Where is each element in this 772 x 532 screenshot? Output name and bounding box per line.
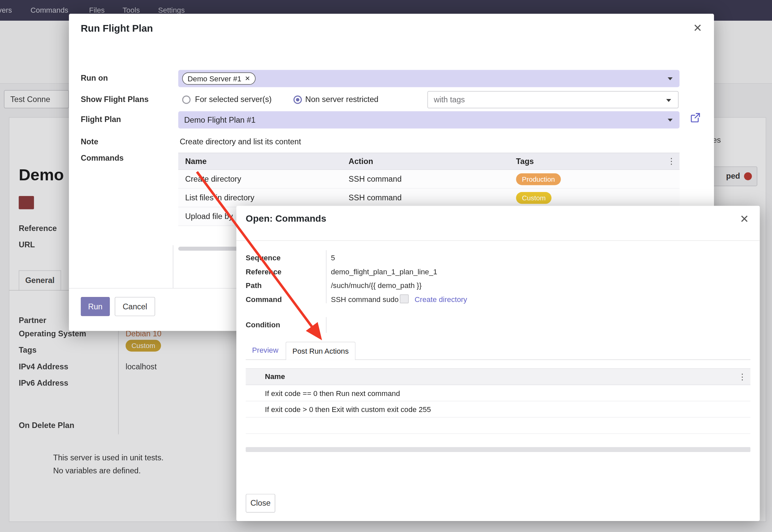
post-run-actions-table: Name ⋮ If exit code == 0 then Run next c… <box>246 368 750 434</box>
radio-non-server-restricted-label[interactable]: Non server restricted <box>305 95 378 104</box>
cell-name: Create directory <box>185 170 241 189</box>
table-row-empty <box>246 418 750 434</box>
sequence-value: 5 <box>331 254 335 262</box>
server-chip[interactable]: Demo Server #1 ✕ <box>182 72 256 85</box>
with-tags-select[interactable]: with tags <box>427 91 678 108</box>
field-divider <box>326 250 326 303</box>
table-row[interactable]: Create directory SSH command Production <box>178 170 680 189</box>
condition-label: Condition <box>246 321 280 329</box>
cell-action: SSH command <box>349 189 402 207</box>
cancel-button[interactable]: Cancel <box>115 297 155 316</box>
reference-value: demo_flight_plan_1_plan_line_1 <box>331 267 437 276</box>
screen: vers Commands Files Tools Settings Test … <box>0 0 772 532</box>
chevron-down-icon[interactable] <box>668 77 673 80</box>
col-action: Action <box>349 153 373 169</box>
cell-name: List files in directory <box>185 189 254 207</box>
command-checkbox[interactable] <box>400 294 409 303</box>
close-button[interactable]: Close <box>246 494 275 513</box>
radio-for-selected-servers-label[interactable]: For selected server(s) <box>195 95 272 104</box>
cell-name: Upload file by <box>185 207 233 226</box>
reference-label: Reference <box>246 267 281 276</box>
flight-plan-value: Demo Flight Plan #1 <box>184 111 255 129</box>
kebab-menu-icon[interactable]: ⋮ <box>667 153 676 169</box>
tag-badge-custom: Custom <box>516 192 552 204</box>
header-divider <box>236 240 760 241</box>
note-label: Note <box>81 137 98 146</box>
modal-title: Open: Commands <box>246 213 326 224</box>
with-tags-placeholder: with tags <box>434 92 465 108</box>
note-value: Create directory and list its content <box>180 137 301 146</box>
radio-non-server-restricted[interactable] <box>293 96 302 104</box>
tab-post-run-actions[interactable]: Post Run Actions <box>286 342 356 360</box>
command-label: Command <box>246 295 282 303</box>
open-commands-modal: Open: Commands ✕ Sequence 5 Reference de… <box>236 206 760 521</box>
close-icon[interactable]: ✕ <box>740 214 749 224</box>
run-button[interactable]: Run <box>81 297 110 316</box>
cell-name: If exit code == 0 then Run next command <box>265 385 400 401</box>
command-value: SSH command sudo <box>331 295 399 303</box>
col-name: Name <box>265 369 285 384</box>
radio-for-selected-servers[interactable] <box>182 96 191 104</box>
table-row[interactable]: List files in directory SSH command Cust… <box>178 189 680 207</box>
modal-title: Run Flight Plan <box>81 23 153 34</box>
tab-preview[interactable]: Preview <box>252 346 278 354</box>
chevron-down-icon[interactable] <box>666 99 671 102</box>
table-header: Name ⋮ <box>246 368 750 385</box>
sequence-label: Sequence <box>246 254 281 262</box>
run-on-label: Run on <box>81 74 108 83</box>
path-value: /such/much/{{ demo_path }} <box>331 281 422 289</box>
cell-name: If exit code > 0 then Exit with custom e… <box>265 401 431 418</box>
path-label: Path <box>246 281 262 289</box>
chevron-down-icon[interactable] <box>668 119 673 122</box>
horizontal-scrollbar[interactable] <box>246 447 750 452</box>
table-row[interactable]: If exit code == 0 then Run next command <box>246 385 750 401</box>
table-row[interactable]: If exit code > 0 then Exit with custom e… <box>246 401 750 418</box>
external-link-icon[interactable] <box>689 112 701 123</box>
run-on-field[interactable]: Demo Server #1 ✕ <box>178 70 680 87</box>
col-name: Name <box>185 153 206 169</box>
kebab-menu-icon[interactable]: ⋮ <box>738 369 746 385</box>
col-tags: Tags <box>516 153 534 169</box>
show-flight-plans-label: Show Flight Plans <box>81 95 149 104</box>
commands-table-header: Name Action Tags ⋮ <box>178 153 680 170</box>
server-chip-label: Demo Server #1 <box>188 74 241 83</box>
commands-label: Commands <box>81 154 124 163</box>
form-divider <box>173 245 173 288</box>
chip-remove-icon[interactable]: ✕ <box>245 75 250 82</box>
create-directory-link[interactable]: Create directory <box>415 295 467 303</box>
close-icon[interactable]: ✕ <box>693 23 702 33</box>
flight-plan-label: Flight Plan <box>81 115 121 124</box>
tag-badge-production: Production <box>516 173 561 185</box>
flight-plan-select[interactable]: Demo Flight Plan #1 <box>178 111 680 129</box>
field-divider <box>326 317 326 333</box>
cell-action: SSH command <box>349 170 402 189</box>
